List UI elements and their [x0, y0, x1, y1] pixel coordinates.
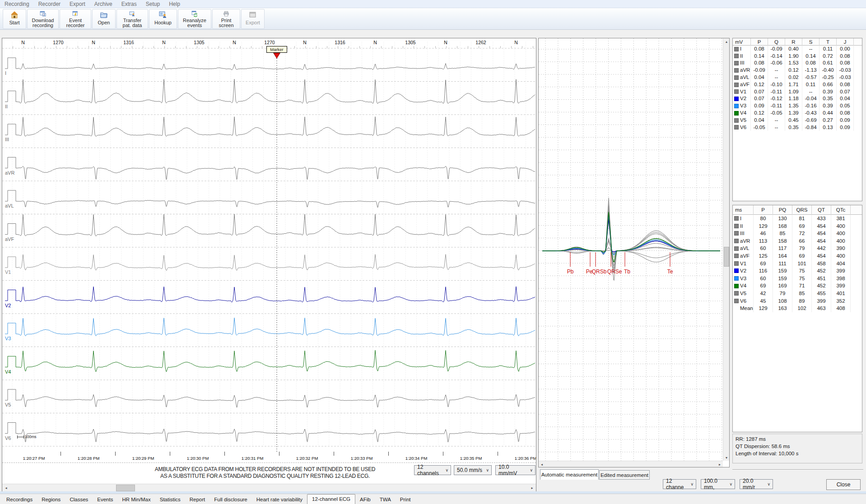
- ecg-horizontal-scrollbar: ◂ ▸: [2, 484, 536, 491]
- lead-color-swatch: [734, 111, 739, 116]
- fiducial-marker-label-QRSb: QRSb: [592, 268, 607, 275]
- scroll-left-arrow[interactable]: ◂: [2, 484, 10, 492]
- lead-label-V5: V5: [5, 402, 11, 407]
- view-tab[interactable]: Events: [93, 495, 117, 504]
- download-recording-button[interactable]: 2 Download recording: [27, 9, 59, 29]
- qt-dispersion-value: QT Dispersion: 58.6 ms: [736, 443, 859, 450]
- mv-table-row: aVL 0.04 -- 0.02 -0.57 -0.25 -0.03: [733, 74, 862, 81]
- export-button: Export: [241, 9, 265, 29]
- menu-item[interactable]: Help: [164, 0, 185, 8]
- measurement-speed-dropdown[interactable]: 100.0 mm,∨: [701, 479, 735, 489]
- average-horizontal-scrollbar: ◂ ▸: [539, 461, 723, 467]
- marker-flag[interactable]: Marker: [266, 46, 287, 53]
- view-tab[interactable]: Classes: [65, 495, 93, 504]
- start-button[interactable]: Start: [3, 9, 26, 29]
- lead-color-swatch: [734, 89, 739, 94]
- chevron-down-icon: ∨: [530, 468, 533, 472]
- menu-item[interactable]: Setup: [141, 0, 164, 8]
- gain-dropdown[interactable]: 10.0 mm/mV∨: [495, 465, 535, 475]
- view-tab[interactable]: Heart rate variability: [252, 495, 307, 504]
- view-tab[interactable]: 12-channel ECG: [307, 494, 355, 504]
- view-tab[interactable]: Recordings: [2, 495, 37, 504]
- close-button[interactable]: Close: [826, 479, 861, 490]
- view-tab[interactable]: HR Min/Max: [117, 495, 155, 504]
- reanalyze-events-button[interactable]: Reanalyze events: [178, 9, 211, 29]
- scroll-left-arrow[interactable]: ◂: [539, 461, 545, 467]
- open-button[interactable]: Open: [92, 9, 116, 29]
- lead-label-V2: V2: [5, 303, 11, 308]
- view-tab[interactable]: Regions: [37, 495, 65, 504]
- scrollbar-thumb[interactable]: [724, 247, 729, 267]
- view-tab[interactable]: Report: [185, 495, 210, 504]
- scale-bracket-icon: [17, 435, 24, 439]
- lead-color-swatch: [734, 268, 739, 273]
- menu-item[interactable]: Extras: [117, 0, 141, 8]
- mv-table-row: III 0.08 -0.06 1.53 0.08 0.61 0.08: [733, 60, 862, 67]
- event-recorder-icon: [71, 10, 80, 17]
- time-tick: [388, 452, 389, 456]
- view-tab[interactable]: Statistics: [155, 495, 185, 504]
- scroll-right-arrow[interactable]: ▸: [528, 484, 536, 492]
- speed-dropdown[interactable]: 50.0 mm/s∨: [454, 465, 492, 475]
- mv-table-row: aVF 0.12 -0.10 1.71 0.11 0.66 0.08: [733, 81, 862, 88]
- measurement-summary: RR: 1287 ms QT Dispersion: 58.6 ms Lengt…: [732, 434, 862, 463]
- lead-color-swatch: [734, 246, 739, 251]
- channels-dropdown[interactable]: 12 channels∨: [414, 465, 451, 475]
- scroll-up-arrow[interactable]: ▴: [723, 38, 730, 45]
- lead-label-aVF: aVF: [5, 236, 14, 242]
- transfer-patient-data-icon: [128, 10, 137, 17]
- ms-table-row: II 129 168 69 454 400: [733, 222, 862, 230]
- time-tick: [334, 452, 334, 456]
- event-recorder-button[interactable]: Event recorder: [60, 9, 91, 29]
- chevron-down-icon: ∨: [486, 468, 489, 472]
- lead-color-swatch: [734, 291, 739, 296]
- transfer-patient-data-button[interactable]: Transfer pat. data: [116, 9, 148, 29]
- ms-table-row: V6 45 108 89 399 352: [733, 297, 862, 305]
- time-label: 1:20:31 PM: [242, 456, 264, 461]
- menu-item[interactable]: Recorder: [34, 0, 65, 8]
- time-tick: [115, 452, 116, 456]
- view-tab[interactable]: AFib: [355, 495, 375, 504]
- print-screen-button[interactable]: Print screen: [212, 9, 240, 29]
- time-label: 1:20:29 PM: [132, 456, 154, 461]
- lead-label-V1: V1: [5, 269, 11, 275]
- ms-table-row: Mean 129 163 102 463 408: [733, 305, 862, 312]
- fiducial-marker-label-QRSe: QRSe: [607, 268, 622, 275]
- svg-text:2: 2: [43, 13, 45, 16]
- lead-color-swatch: [734, 299, 739, 303]
- scrollbar-thumb[interactable]: [116, 485, 135, 491]
- ms-table-row: V2 116 159 75 452 399: [733, 267, 862, 275]
- export-icon: [248, 10, 257, 19]
- tab-edited-measurement[interactable]: Edited measurement: [599, 470, 650, 480]
- view-tab[interactable]: Full disclosure: [210, 495, 252, 504]
- time-label: 1:20:27 PM: [23, 456, 45, 461]
- lead-label-V4: V4: [5, 369, 11, 375]
- average-vertical-scrollbar: ▴ ▾: [723, 38, 729, 461]
- ms-table-row: I 80 130 81 433 381: [733, 215, 862, 222]
- time-label: 1:20:36 PM: [515, 456, 536, 461]
- rr-value: RR: 1287 ms: [736, 435, 859, 443]
- lead-color-swatch: [734, 224, 739, 228]
- measurement-gain-dropdown[interactable]: 20.0 mm/r∨: [740, 479, 773, 489]
- scroll-down-arrow[interactable]: ▾: [723, 454, 730, 461]
- time-label: 1:20:28 PM: [78, 456, 100, 461]
- fiducial-marker-label-Te: Te: [667, 268, 673, 275]
- tab-automatic-measurement[interactable]: Automatic measurement: [540, 469, 599, 480]
- chevron-down-icon: ∨: [445, 468, 448, 472]
- view-tab[interactable]: TWA: [375, 495, 396, 504]
- measurement-channels-dropdown[interactable]: 12 channe∨: [663, 479, 696, 489]
- holter-ecg-application-window: RecordingRecorderExportArchiveExtrasSetu…: [0, 0, 866, 504]
- ruler-divider: [2, 462, 536, 463]
- interval-length-value: Length of Interval: 10,000 s: [736, 450, 859, 457]
- menu-item[interactable]: Export: [65, 0, 90, 8]
- lead-color-swatch: [734, 216, 739, 221]
- menu-item[interactable]: Recording: [0, 0, 34, 8]
- lead-color-swatch: [734, 276, 739, 281]
- ms-table-row: III 46 85 72 454 400: [733, 230, 862, 237]
- view-tab[interactable]: Print: [396, 495, 415, 504]
- hookup-button[interactable]: Hookup: [149, 9, 177, 29]
- scroll-right-arrow[interactable]: ▸: [717, 461, 723, 467]
- menu-item[interactable]: Archive: [90, 0, 117, 8]
- time-label: 1:20:30 PM: [187, 456, 209, 461]
- amplitude-table-mv: mV P Q R S T J I 0.08 -0.09 0.40 -- 0.11…: [732, 38, 862, 201]
